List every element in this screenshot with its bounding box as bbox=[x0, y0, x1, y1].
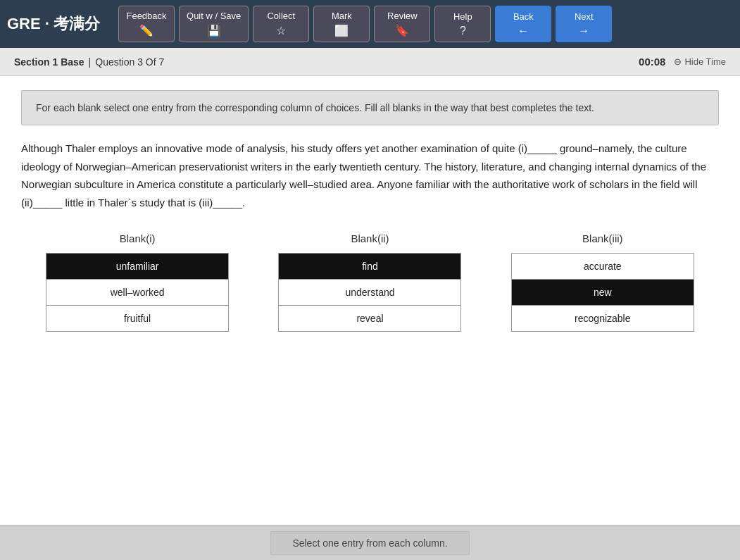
logo: GRE · 考满分 bbox=[7, 13, 100, 35]
section-label: Section 1 Base bbox=[14, 56, 84, 68]
back-icon: ← bbox=[518, 25, 529, 37]
instructions-text: For each blank select one entry from the… bbox=[36, 102, 594, 113]
footer-text: Select one entry from each column. bbox=[270, 531, 469, 555]
main-content: For each blank select one entry from the… bbox=[0, 76, 740, 525]
passage-text: Although Thaler employs an innovative mo… bbox=[21, 139, 719, 211]
blank-iii-choice-2[interactable]: recognizable bbox=[511, 306, 694, 332]
review-button[interactable]: Review 🔖 bbox=[374, 6, 430, 42]
back-button[interactable]: Back ← bbox=[495, 6, 551, 42]
blank-ii-choice-2[interactable]: reveal bbox=[278, 306, 461, 332]
quit-save-button[interactable]: Quit w / Save 💾 bbox=[179, 6, 249, 42]
blank-iii-label: Blank(iii) bbox=[582, 232, 623, 244]
help-icon: ? bbox=[460, 25, 466, 37]
next-label: Next bbox=[575, 11, 594, 22]
blank-i-choice-2[interactable]: fruitful bbox=[46, 306, 229, 332]
header: GRE · 考满分 Feedback ✏️ Quit w / Save 💾 Co… bbox=[0, 0, 740, 48]
feedback-label: Feedback bbox=[126, 11, 166, 21]
circle-icon: ⊖ bbox=[674, 56, 682, 67]
help-label: Help bbox=[453, 11, 472, 22]
collect-icon: ☆ bbox=[276, 24, 286, 37]
blank-ii-label: Blank(ii) bbox=[351, 232, 389, 244]
collect-button[interactable]: Collect ☆ bbox=[253, 6, 309, 42]
blank-ii-choice-0[interactable]: find bbox=[278, 253, 461, 280]
hide-time-label: Hide Time bbox=[684, 56, 726, 67]
blank-i-label: Blank(i) bbox=[120, 232, 156, 244]
next-button[interactable]: Next → bbox=[556, 6, 612, 42]
help-button[interactable]: Help ? bbox=[434, 6, 491, 42]
footer: Select one entry from each column. bbox=[0, 525, 740, 560]
hide-time-button[interactable]: ⊖ Hide Time bbox=[674, 56, 726, 67]
mark-button[interactable]: Mark ⬜ bbox=[313, 6, 370, 42]
separator: | bbox=[89, 56, 92, 68]
mark-label: Mark bbox=[332, 11, 352, 21]
blank-iii-choice-1[interactable]: new bbox=[511, 280, 694, 306]
blank-iii-column: Blank(iii) accurate new recognizable bbox=[511, 232, 694, 332]
instructions-box: For each blank select one entry from the… bbox=[21, 90, 719, 125]
feedback-button[interactable]: Feedback ✏️ bbox=[118, 6, 175, 42]
review-label: Review bbox=[387, 11, 418, 21]
feedback-icon: ✏️ bbox=[139, 24, 153, 37]
timer-display: 00:08 bbox=[639, 56, 665, 68]
blank-i-choice-1[interactable]: well–worked bbox=[46, 280, 229, 306]
next-icon: → bbox=[578, 25, 589, 37]
blank-iii-choice-0[interactable]: accurate bbox=[511, 253, 694, 280]
quit-save-label: Quit w / Save bbox=[187, 11, 241, 21]
back-label: Back bbox=[513, 11, 534, 22]
quit-save-icon: 💾 bbox=[207, 24, 221, 37]
collect-label: Collect bbox=[267, 11, 295, 21]
blank-i-column: Blank(i) unfamiliar well–worked fruitful bbox=[46, 232, 229, 332]
answer-section: Blank(i) unfamiliar well–worked fruitful… bbox=[21, 232, 719, 332]
blank-ii-column: Blank(ii) find understand reveal bbox=[278, 232, 461, 332]
mark-icon: ⬜ bbox=[334, 24, 349, 37]
blank-i-choice-0[interactable]: unfamiliar bbox=[46, 253, 229, 280]
review-icon: 🔖 bbox=[395, 24, 409, 37]
blank-ii-choice-1[interactable]: understand bbox=[278, 280, 461, 306]
subheader: Section 1 Base | Question 3 Of 7 00:08 ⊖… bbox=[0, 48, 740, 76]
question-label: Question 3 Of 7 bbox=[95, 56, 164, 68]
